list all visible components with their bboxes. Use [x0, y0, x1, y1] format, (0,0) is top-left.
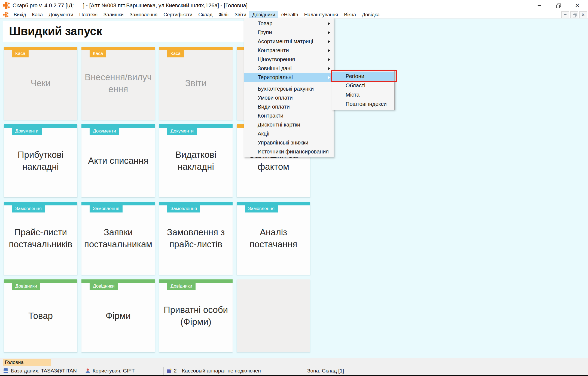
dropdown-item-product[interactable]: Товар: [244, 19, 334, 28]
dropdown-item-promotions[interactable]: Акції: [244, 129, 334, 138]
tile-label: Замовлення з прайс-листів: [159, 202, 233, 275]
close-icon: ×: [575, 0, 580, 11]
dropdown-item-payment-terms[interactable]: Умови оплати: [244, 93, 334, 102]
dropdown-item-payment-types[interactable]: Види оплати: [244, 102, 334, 111]
tile-label: Фірми: [81, 279, 155, 352]
menubar-item-documents[interactable]: Документи: [46, 11, 76, 19]
status-bar: База даних: TASA3@TITAN Користувач: GIFT…: [0, 367, 588, 375]
dropdown-item-label: Зовнішні дані: [258, 65, 292, 71]
statusbar-separator: [305, 367, 305, 375]
statusbar-user: Користувач: GIFT: [93, 367, 135, 375]
dropdown-item-pricing[interactable]: Ціноутворення: [244, 55, 334, 64]
submenu-item-cities[interactable]: Міста: [332, 90, 394, 99]
dropdown-item-label: Источники финансирования: [258, 149, 329, 155]
directories-dropdown-menu: Товар Групи Асортиментні матриці Контраг…: [244, 18, 334, 157]
restore-icon: [573, 13, 575, 16]
dropdown-item-territorial[interactable]: Територіальні: [244, 73, 334, 82]
quick-launch-header: Швидкий запуск: [3, 21, 246, 42]
app-logo-icon: [3, 2, 10, 9]
tile-deposit-withdrawal[interactable]: Каса Внесення/вилучення: [81, 47, 155, 120]
tile-expense-invoices[interactable]: Документи Видаткові накладні: [159, 124, 233, 197]
cash-device-icon: [166, 368, 172, 374]
submenu-arrow-icon: [328, 76, 330, 79]
tile-orders-from-pricelists[interactable]: Замовлення Замовлення з прайс-листів: [159, 202, 233, 275]
mdi-minimize-button[interactable]: [561, 11, 569, 18]
menubar-item-stocks[interactable]: Залишки: [100, 11, 127, 19]
dropdown-item-discount-cards[interactable]: Дисконтні картки: [244, 120, 334, 129]
menubar-item-exit[interactable]: Вихід: [11, 11, 29, 19]
dropdown-item-external-data[interactable]: Зовнішні дані: [244, 64, 334, 73]
dropdown-item-contracts[interactable]: Контракти: [244, 111, 334, 120]
dropdown-item-label: Контрагенти: [258, 47, 289, 53]
submenu-arrow-icon: [328, 58, 330, 61]
mdi-window-controls: ×: [561, 11, 587, 18]
dropdown-item-label: Види оплати: [258, 104, 290, 110]
dropdown-item-assortment-matrices[interactable]: Асортиментні матриці: [244, 37, 334, 46]
tile-label: Приватні особи (Фірми): [159, 279, 233, 352]
menu-bar: Вихід Каса Документи Платежі Залишки Зам…: [0, 11, 588, 19]
tile-label: Прибуткові накладні: [4, 124, 77, 197]
tile-supplier-pricelists[interactable]: Замовлення Прайс-листи постачальників: [4, 202, 77, 275]
window-close-button[interactable]: ×: [571, 0, 583, 11]
tile-firms[interactable]: Довідники Фірми: [81, 279, 155, 352]
statusbar-separator: [163, 367, 164, 375]
submenu-item-postal-codes[interactable]: Поштові індекси: [332, 99, 394, 109]
window-title: Скарб pro v. 4.0.2.77 [ІД: ] - [Апт №003…: [13, 0, 248, 11]
dropdown-item-label: Управлінські знижки: [258, 140, 308, 146]
menubar-item-help[interactable]: Довідка: [359, 11, 383, 19]
dropdown-item-counterparties[interactable]: Контрагенти: [244, 46, 334, 55]
mdi-restore-button[interactable]: [570, 11, 578, 18]
app-logo-icon-small: [3, 12, 8, 17]
tile-label: Звіти: [159, 47, 233, 120]
dropdown-item-accounting-accounts[interactable]: Бухгалтерські рахунки: [244, 84, 334, 93]
tile-supplier-requests[interactable]: Замовлення Заявки постачальникам: [81, 202, 155, 275]
tile-writeoff-acts[interactable]: Документи Акти списання: [81, 124, 155, 197]
dropdown-item-label: Ціноутворення: [258, 56, 295, 62]
menubar-item-directories[interactable]: Довідники: [249, 11, 278, 19]
menubar-item-reports[interactable]: Звіти: [232, 11, 249, 19]
close-icon: ×: [582, 12, 585, 18]
submenu-arrow-icon: [328, 22, 330, 25]
dropdown-item-managerial-discounts[interactable]: Управлінські знижки: [244, 138, 334, 147]
minimize-icon: [564, 14, 566, 15]
submenu-item-regions[interactable]: Регіони: [332, 72, 394, 81]
dropdown-item-label: Бухгалтерські рахунки: [258, 86, 314, 92]
tile-income-invoices[interactable]: Документи Прибуткові накладні: [4, 124, 77, 197]
tile-goods[interactable]: Довідники Товар: [4, 279, 77, 352]
tile-label: Прайс-листи постачальників: [4, 202, 77, 275]
dropdown-item-groups[interactable]: Групи: [244, 28, 334, 37]
tile-label: Внесення/вилучення: [81, 47, 155, 120]
tile-label: Товар: [4, 279, 77, 352]
menubar-item-certificates[interactable]: Сертифікати: [160, 11, 195, 19]
tab-home[interactable]: Головна: [3, 359, 51, 366]
menubar-item-windows[interactable]: Вікна: [341, 11, 359, 19]
menubar-item-ehealth[interactable]: eHealth: [278, 11, 301, 19]
menubar-item-kasa[interactable]: Каса: [29, 11, 46, 19]
window-restore-button[interactable]: [552, 0, 564, 11]
window-minimize-button[interactable]: [533, 0, 545, 11]
tile-checks[interactable]: Каса Чеки: [4, 47, 77, 120]
menubar-item-warehouse[interactable]: Склад: [195, 11, 215, 19]
tile-supply-analysis[interactable]: Замовлення Аналіз постачання: [237, 202, 310, 275]
tile-label: Чеки: [4, 47, 77, 120]
menubar-item-settings[interactable]: Налаштування: [301, 11, 341, 19]
statusbar-separator: [82, 367, 82, 375]
dropdown-item-financing-sources[interactable]: Источники финансирования: [244, 147, 334, 156]
tile-private-persons[interactable]: Довідники Приватні особи (Фірми): [159, 279, 233, 352]
tile-label: Аналіз постачання: [237, 202, 310, 275]
menubar-item-orders[interactable]: Замовлення: [127, 11, 161, 19]
submenu-arrow-icon: [328, 67, 330, 70]
tile-reports[interactable]: Каса Звіти: [159, 47, 233, 120]
territorial-submenu: Регіони Області Міста Поштові індекси: [332, 70, 395, 110]
menu-separator: [258, 83, 333, 83]
dropdown-item-label: Асортиментні матриці: [258, 38, 313, 44]
mdi-close-button[interactable]: ×: [579, 11, 587, 18]
screen-bottom-edge: [0, 375, 588, 376]
mdi-tab-row: Головна: [0, 358, 588, 367]
tile-empty: [237, 279, 310, 352]
dropdown-item-label: Акції: [258, 131, 270, 137]
submenu-item-oblasts[interactable]: Області: [332, 81, 394, 90]
restore-icon: [556, 4, 560, 7]
menubar-item-branches[interactable]: Філії: [215, 11, 231, 19]
menubar-item-payments[interactable]: Платежі: [76, 11, 100, 19]
